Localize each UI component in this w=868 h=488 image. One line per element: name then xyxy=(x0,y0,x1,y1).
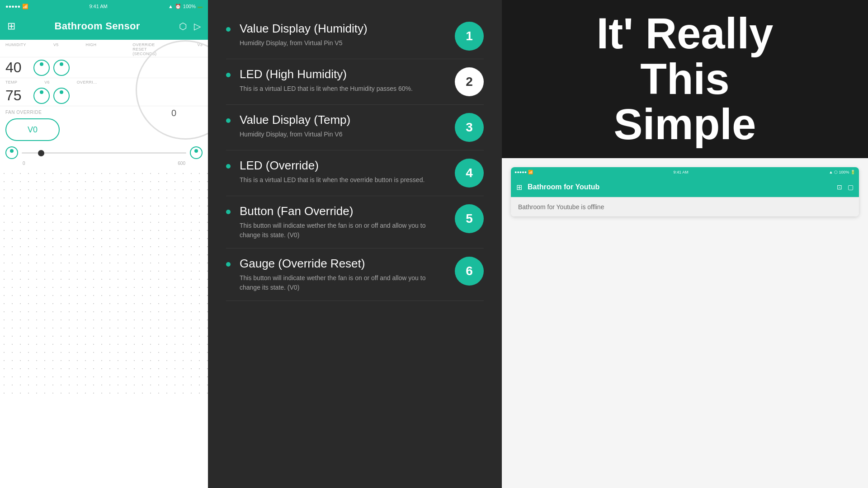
mini-battery: ▲ ⬡ 100% 🔋 xyxy=(829,170,855,174)
diagram-desc-1: Humidity Display, from Virtual Pin V5 xyxy=(240,38,446,48)
diagram-number-2: 2 xyxy=(455,67,484,96)
diagram-dot-3 xyxy=(226,118,231,123)
slider-thumb xyxy=(38,150,44,156)
diagram-number-6: 6 xyxy=(455,257,484,286)
temp-value: 75 xyxy=(5,87,28,104)
diagram-text-5: Button (Fan Override)This button will in… xyxy=(240,204,446,240)
diagram-item-5: Button (Fan Override)This button will in… xyxy=(226,196,484,249)
settings-icon[interactable]: ⬡ xyxy=(179,21,187,32)
diagram-desc-3: Humidity Display, from Virtual Pin V6 xyxy=(240,130,446,139)
diagram-number-5: 5 xyxy=(455,204,484,233)
big-title-line3: Simple xyxy=(597,102,774,147)
gauge-center-value: 0 xyxy=(171,108,176,118)
diagram-title-5: Button (Fan Override) xyxy=(240,204,446,218)
header-left-icons: ⊞ xyxy=(7,20,15,32)
status-bar: ●●●●● 📶 9:41 AM ▲ ⏰ 100% ▬ xyxy=(0,0,208,13)
diagram-number-1: 1 xyxy=(455,22,484,51)
fan-override-button[interactable]: V0 xyxy=(5,118,60,141)
diagram-desc-5: This button will indicate wether the fan… xyxy=(240,221,446,240)
diagram-text-6: Gauge (Override Reset)This button will i… xyxy=(240,257,446,292)
status-bar-left: ●●●●● 📶 xyxy=(5,4,28,9)
diagram-item-1: Value Display (Humidity)Humidity Display… xyxy=(226,14,484,59)
humidity-value: 40 xyxy=(5,59,28,76)
mini-phone: ●●●●● 📶 9:41 AM ▲ ⬡ 100% 🔋 ⊞ Bathroom fo… xyxy=(511,167,859,216)
dot-grid-area xyxy=(0,169,208,395)
big-title-line1: It' Really xyxy=(597,11,774,56)
app-title: Bathroom Sensor xyxy=(54,20,140,32)
temp-override: OVERRI... xyxy=(77,80,97,84)
app-content: HUMIDITY V5 HIGH OVERRIDE RESET (SECONDS… xyxy=(0,40,208,488)
temp-knob-2[interactable] xyxy=(53,88,70,104)
mini-offline-text: Bathroom for Youtube is offline xyxy=(518,203,604,211)
slider-max: 600 xyxy=(178,161,185,166)
diagram-text-3: Value Display (Temp)Humidity Display, fr… xyxy=(240,113,446,139)
mini-settings-icon[interactable]: ⊡ xyxy=(837,183,842,191)
humidity-knob-2[interactable] xyxy=(53,60,70,76)
diagram-item-3: Value Display (Temp)Humidity Display, fr… xyxy=(226,105,484,150)
fan-button-label: V0 xyxy=(28,125,38,135)
humidity-knobs xyxy=(33,60,70,76)
temp-knobs xyxy=(33,88,70,104)
diagram-desc-2: This is a virtual LED that is lit when t… xyxy=(240,84,446,94)
alarm-icon: ⏰ xyxy=(175,4,181,9)
mini-signal: ●●●●● 📶 xyxy=(514,170,533,174)
diagram-item-2: LED (High Humidity)This is a virtual LED… xyxy=(226,59,484,105)
diagram-text-2: LED (High Humidity)This is a virtual LED… xyxy=(240,67,446,94)
diagram-title-3: Value Display (Temp) xyxy=(240,113,446,127)
slider-track[interactable] xyxy=(22,152,186,154)
battery-label: 100% xyxy=(183,4,196,9)
slider-knob-right[interactable] xyxy=(190,146,203,159)
temp-label: TEMP xyxy=(5,80,17,84)
diagram-desc-6: This button will indicate wether the fan… xyxy=(240,273,446,292)
humidity-label: HUMIDITY xyxy=(5,42,26,56)
middle-panel: Value Display (Humidity)Humidity Display… xyxy=(208,0,502,488)
play-icon[interactable]: ▷ xyxy=(194,21,201,32)
mini-menu-icon[interactable]: ⊞ xyxy=(516,183,522,192)
diagram-desc-4: This is a virtual LED that is lit when t… xyxy=(240,175,446,185)
menu-icon[interactable]: ⊞ xyxy=(7,20,15,32)
diagram-text-4: LED (Override)This is a virtual LED that… xyxy=(240,159,446,185)
diagram-title-6: Gauge (Override Reset) xyxy=(240,257,446,271)
big-title: It' Really This Simple xyxy=(597,11,774,147)
diagram-title-1: Value Display (Humidity) xyxy=(240,22,446,36)
diagram-dot-4 xyxy=(226,164,231,169)
mini-header: ⊞ Bathroom for Youtub ⊡ ▢ xyxy=(511,177,859,197)
diagram-item-4: LED (Override)This is a virtual LED that… xyxy=(226,150,484,196)
slider-knob-left[interactable] xyxy=(5,146,18,159)
status-time: 9:41 AM xyxy=(89,4,107,9)
mini-grid-icon[interactable]: ▢ xyxy=(848,183,854,191)
right-panel: It' Really This Simple ●●●●● 📶 9:41 AM ▲… xyxy=(502,0,868,488)
temp-pin: V6 xyxy=(44,80,50,84)
right-bottom-section: ●●●●● 📶 9:41 AM ▲ ⬡ 100% 🔋 ⊞ Bathroom fo… xyxy=(502,158,868,488)
big-title-line2: This xyxy=(597,56,774,102)
mini-header-title: Bathroom for Youtub xyxy=(528,183,831,191)
signal-dots: ●●●●● xyxy=(5,4,20,9)
diagram-dot-6 xyxy=(226,262,231,267)
header-right-icons: ⬡ ▷ xyxy=(179,21,201,32)
diagram-title-4: LED (Override) xyxy=(240,159,446,173)
status-bar-right: ▲ ⏰ 100% ▬ xyxy=(168,4,203,9)
left-panel: ●●●●● 📶 9:41 AM ▲ ⏰ 100% ▬ ⊞ Bathroom Se… xyxy=(0,0,208,488)
diagram-dot-5 xyxy=(226,210,231,214)
right-top-section: It' Really This Simple xyxy=(502,0,868,158)
diagram-dot-1 xyxy=(226,27,231,32)
diagram-dot-2 xyxy=(226,73,231,77)
mini-status-bar: ●●●●● 📶 9:41 AM ▲ ⬡ 100% 🔋 xyxy=(511,167,859,177)
humidity-pin: V5 xyxy=(53,42,59,56)
mini-time: 9:41 AM xyxy=(674,170,689,174)
app-header: ⊞ Bathroom Sensor ⬡ ▷ xyxy=(0,13,208,40)
diagram-items: Value Display (Humidity)Humidity Display… xyxy=(208,0,502,314)
diagram-title-2: LED (High Humidity) xyxy=(240,67,446,81)
humidity-level: HIGH xyxy=(86,42,97,56)
location-icon: ▲ xyxy=(168,4,173,9)
humidity-knob-1[interactable] xyxy=(33,60,50,76)
diagram-number-4: 4 xyxy=(455,159,484,188)
diagram-number-3: 3 xyxy=(455,113,484,142)
temp-knob-1[interactable] xyxy=(33,88,50,104)
battery-icon: ▬ xyxy=(198,4,203,9)
diagram-text-1: Value Display (Humidity)Humidity Display… xyxy=(240,22,446,48)
wifi-icon: 📶 xyxy=(22,4,28,9)
mini-offline-row: Bathroom for Youtube is offline xyxy=(511,197,859,216)
diagram-item-6: Gauge (Override Reset)This button will i… xyxy=(226,249,484,301)
slider-min: 0 xyxy=(23,161,25,166)
